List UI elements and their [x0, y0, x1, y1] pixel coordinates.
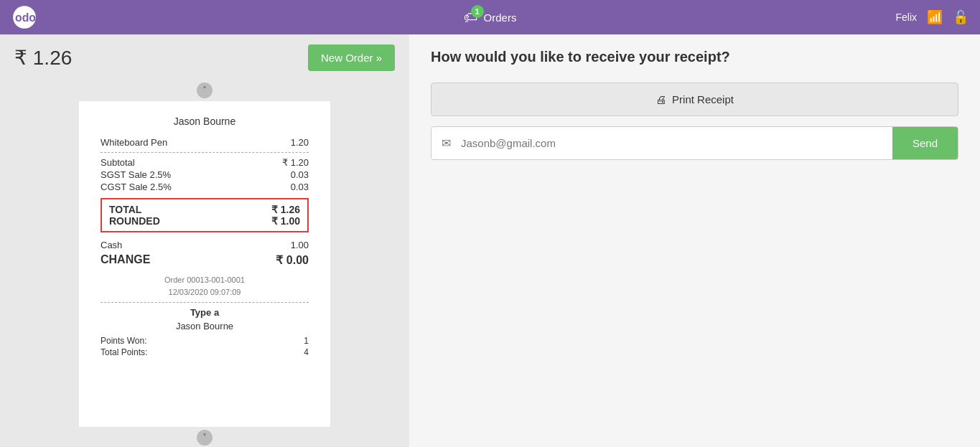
amount-bar: ₹ 1.26 New Order »	[0, 34, 409, 81]
receipt-rounded-row: ROUNDED ₹ 1.00	[109, 215, 300, 227]
subtotal-value: ₹ 1.20	[282, 157, 309, 168]
send-button[interactable]: Send	[892, 127, 958, 159]
receipt-item-name: Whiteboard Pen	[101, 137, 167, 148]
odoo-logo: odoo	[11, 4, 37, 30]
receipt-item-price: 1.20	[291, 137, 309, 148]
order-info-line2: 12/03/2020 09:07:09	[101, 286, 309, 298]
receipt-question: How would you like to receive your recei…	[431, 49, 958, 65]
order-info-line1: Order 00013-001-0001	[101, 274, 309, 286]
total-label: TOTAL	[109, 204, 141, 215]
rounded-label: ROUNDED	[109, 215, 160, 227]
header-right: Felix 📶 🔓	[895, 9, 969, 25]
lock-icon: 🔓	[953, 9, 969, 25]
cash-label: Cash	[101, 240, 122, 250]
cgst-value: 0.03	[291, 182, 309, 192]
svg-text:odoo: odoo	[15, 11, 37, 24]
receipt: Jason Bourne Whiteboard Pen 1.20 Subtota…	[79, 101, 330, 427]
sgst-label: SGST Sale 2.5%	[101, 169, 171, 180]
receipt-wrapper: ˄ Jason Bourne Whiteboard Pen 1.20 Subto…	[0, 81, 409, 447]
change-value: ₹ 0.00	[276, 253, 309, 267]
amount-display: ₹ 1.26	[14, 46, 72, 70]
receipt-cgst-row: CGST Sale 2.5% 0.03	[101, 182, 309, 192]
left-panel: ₹ 1.26 New Order » ˄ Jason Bourne Whiteb…	[0, 34, 409, 447]
sgst-value: 0.03	[291, 169, 309, 180]
scroll-down-button[interactable]: ˅	[197, 430, 213, 446]
orders-icon-wrapper: 🏷 1	[464, 9, 478, 26]
user-name: Felix	[895, 11, 917, 23]
receipt-total-row: TOTAL ₹ 1.26	[109, 204, 300, 215]
total-points-value: 4	[304, 347, 309, 357]
change-label: CHANGE	[101, 253, 150, 267]
receipt-total-points-row: Total Points: 4	[101, 347, 309, 357]
print-receipt-label: Print Receipt	[672, 93, 734, 105]
receipt-cash-row: Cash 1.00	[101, 240, 309, 250]
points-won-value: 1	[304, 336, 309, 346]
receipt-type-label: Type a	[101, 307, 309, 318]
receipt-change-row: CHANGE ₹ 0.00	[101, 253, 309, 267]
cgst-label: CGST Sale 2.5%	[101, 182, 172, 192]
total-points-label: Total Points:	[101, 347, 147, 357]
subtotal-label: Subtotal	[101, 157, 135, 168]
orders-label[interactable]: Orders	[484, 11, 517, 24]
receipt-item-row: Whiteboard Pen 1.20	[101, 137, 309, 148]
right-panel: How would you like to receive your recei…	[409, 34, 980, 447]
main: ₹ 1.26 New Order » ˄ Jason Bourne Whiteb…	[0, 34, 980, 447]
total-value: ₹ 1.26	[271, 204, 300, 215]
orders-badge: 1	[471, 5, 484, 18]
printer-icon: 🖨	[655, 93, 666, 105]
email-input[interactable]	[461, 128, 892, 158]
email-icon: ✉	[442, 136, 451, 150]
receipt-customer-name: Jason Bourne	[101, 116, 309, 127]
cash-value: 1.00	[291, 240, 309, 250]
wifi-icon: 📶	[927, 9, 943, 25]
receipt-points-won-row: Points Won: 1	[101, 336, 309, 346]
receipt-total-box: TOTAL ₹ 1.26 ROUNDED ₹ 1.00	[101, 198, 309, 232]
print-receipt-button[interactable]: 🖨 Print Receipt	[431, 83, 958, 116]
receipt-divider-1	[101, 152, 309, 153]
receipt-loyalty-customer: Jason Bourne	[101, 321, 309, 331]
receipt-subtotal-row: Subtotal ₹ 1.20	[101, 157, 309, 168]
header: odoo 🏷 1 Orders Felix 📶 🔓	[0, 0, 980, 34]
header-center: 🏷 1 Orders	[464, 9, 517, 26]
receipt-subtotal-section: Subtotal ₹ 1.20 SGST Sale 2.5% 0.03 CGST…	[101, 157, 309, 192]
rounded-value: ₹ 1.00	[271, 215, 300, 227]
receipt-divider-2	[101, 302, 309, 303]
email-row: ✉ Send	[431, 126, 958, 160]
receipt-order-info: Order 00013-001-0001 12/03/2020 09:07:09	[101, 274, 309, 298]
receipt-sgst-row: SGST Sale 2.5% 0.03	[101, 169, 309, 180]
email-icon-wrapper: ✉	[431, 128, 461, 159]
scroll-up-button[interactable]: ˄	[197, 83, 213, 98]
points-won-label: Points Won:	[101, 336, 146, 346]
new-order-button[interactable]: New Order »	[308, 44, 395, 71]
